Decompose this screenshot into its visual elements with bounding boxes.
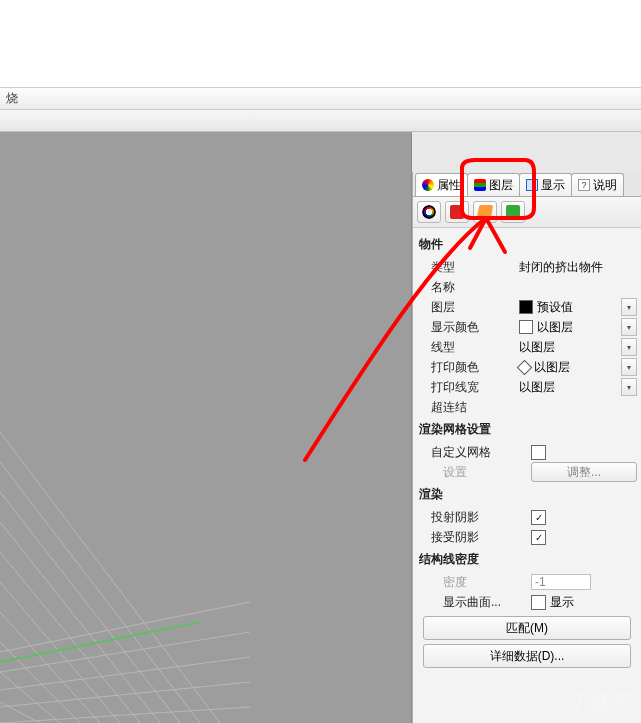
- row-receive-shadow: 接受阴影 ✓: [431, 527, 637, 547]
- label-layer: 图层: [431, 299, 519, 316]
- label-settings: 设置: [443, 464, 531, 481]
- properties-panel: 属性 图层 显示 ? 说明 物件 类型 封闭的挤出物件 名称: [412, 172, 641, 723]
- label-name: 名称: [431, 279, 519, 296]
- adjust-button[interactable]: 调整...: [531, 462, 637, 482]
- row-hyperlink: 超连结: [431, 397, 637, 417]
- properties-toolbar: [413, 197, 641, 228]
- main-toolbar-strip: [0, 110, 641, 132]
- value-linetype[interactable]: 以图层: [519, 339, 617, 356]
- row-display-color: 显示颜色 以图层 ▾: [431, 317, 637, 337]
- row-settings: 设置 调整...: [443, 462, 637, 482]
- row-cast-shadow: 投射阴影 ✓: [431, 507, 637, 527]
- print-width-dropdown[interactable]: ▾: [621, 378, 637, 396]
- tab-label: 属性: [437, 177, 461, 194]
- label-show-iso: 显示曲面...: [443, 594, 531, 611]
- print-color-swatch: [517, 359, 533, 375]
- row-custom-mesh: 自定义网格: [431, 442, 637, 462]
- svg-line-1: [0, 462, 200, 723]
- panel-gap: [412, 132, 641, 172]
- match-button[interactable]: 匹配(M): [423, 616, 631, 640]
- label-show-iso-chk: 显示: [550, 594, 574, 611]
- checkbox-show-iso[interactable]: [531, 595, 546, 610]
- label-density: 密度: [443, 574, 531, 591]
- value-layer[interactable]: 预设值: [537, 299, 617, 316]
- help-icon: ?: [578, 179, 590, 191]
- texture-icon: [477, 205, 493, 219]
- label-type: 类型: [431, 259, 519, 276]
- layer-swatch: [519, 300, 533, 314]
- material-icon: [450, 205, 464, 219]
- row-layer: 图层 预设值 ▾: [431, 297, 637, 317]
- tab-help[interactable]: ? 说明: [571, 173, 624, 196]
- svg-line-8: [0, 672, 60, 723]
- disp-color-dropdown[interactable]: ▾: [621, 318, 637, 336]
- label-hyperlink: 超连结: [431, 399, 519, 416]
- svg-line-11: [0, 632, 250, 672]
- svg-line-5: [0, 582, 120, 723]
- app-header-blank: [0, 0, 641, 88]
- svg-line-10: [0, 602, 250, 652]
- tool-texture[interactable]: [473, 201, 497, 223]
- label-print-width: 打印线宽: [431, 379, 519, 396]
- row-print-color: 打印颜色 以图层 ▾: [431, 357, 637, 377]
- svg-line-0: [0, 432, 220, 723]
- details-button[interactable]: 详细数据(D)...: [423, 644, 631, 668]
- value-type: 封闭的挤出物件: [519, 259, 637, 276]
- viewport[interactable]: [0, 132, 412, 723]
- label-print-color: 打印颜色: [431, 359, 519, 376]
- tool-object-props[interactable]: [417, 201, 441, 223]
- section-isocurve: 结构线密度: [417, 547, 637, 572]
- checkbox-receive-shadow[interactable]: ✓: [531, 530, 546, 545]
- display-icon: [526, 179, 538, 191]
- window-titlebar: 烧: [0, 88, 641, 110]
- perspective-grid: [0, 132, 412, 723]
- properties-body: 物件 类型 封闭的挤出物件 名称 图层 预设值 ▾ 显示颜色 以图层 ▾: [413, 228, 641, 668]
- object-icon: [422, 205, 436, 219]
- mapping-icon: [506, 205, 520, 219]
- layers-icon: [474, 179, 486, 191]
- disp-color-swatch: [519, 320, 533, 334]
- layer-dropdown[interactable]: ▾: [621, 298, 637, 316]
- tab-display[interactable]: 显示: [519, 173, 572, 196]
- tab-properties[interactable]: 属性: [415, 173, 468, 196]
- value-print-width[interactable]: 以图层: [519, 379, 617, 396]
- tool-material[interactable]: [445, 201, 469, 223]
- label-linetype: 线型: [431, 339, 519, 356]
- section-render-mesh: 渲染网格设置: [417, 417, 637, 442]
- svg-line-12: [0, 657, 250, 690]
- print-color-dropdown[interactable]: ▾: [621, 358, 637, 376]
- row-print-width: 打印线宽 以图层 ▾: [431, 377, 637, 397]
- label-cast-shadow: 投射阴影: [431, 509, 531, 526]
- panel-tabs: 属性 图层 显示 ? 说明: [413, 172, 641, 197]
- tab-layers[interactable]: 图层: [467, 173, 520, 196]
- label-display-color: 显示颜色: [431, 319, 519, 336]
- value-print-color[interactable]: 以图层: [534, 359, 617, 376]
- linetype-dropdown[interactable]: ▾: [621, 338, 637, 356]
- svg-line-14: [0, 707, 250, 723]
- row-linetype: 线型 以图层 ▾: [431, 337, 637, 357]
- tab-label: 说明: [593, 177, 617, 194]
- tab-label: 显示: [541, 177, 565, 194]
- tool-mapping[interactable]: [501, 201, 525, 223]
- section-object: 物件: [417, 232, 637, 257]
- checkbox-custom-mesh[interactable]: [531, 445, 546, 460]
- checkbox-cast-shadow[interactable]: ✓: [531, 510, 546, 525]
- input-density[interactable]: [531, 574, 591, 590]
- label-custom-mesh: 自定义网格: [431, 444, 531, 461]
- row-name: 名称: [431, 277, 637, 297]
- row-type: 类型 封闭的挤出物件: [431, 257, 637, 277]
- svg-line-13: [0, 682, 250, 707]
- section-render: 渲染: [417, 482, 637, 507]
- tab-label: 图层: [489, 177, 513, 194]
- properties-icon: [422, 179, 434, 191]
- row-show-iso: 显示曲面... 显示: [443, 592, 637, 612]
- label-receive-shadow: 接受阴影: [431, 529, 531, 546]
- value-display-color[interactable]: 以图层: [537, 319, 617, 336]
- row-density: 密度: [443, 572, 637, 592]
